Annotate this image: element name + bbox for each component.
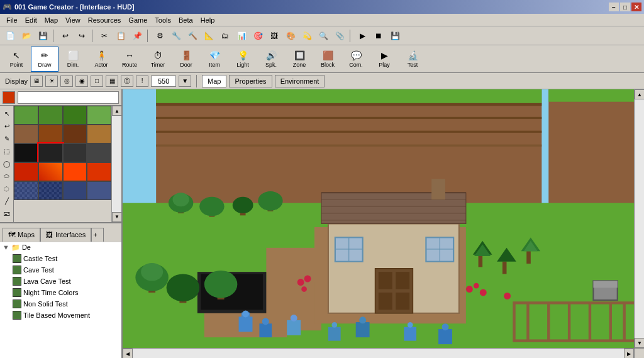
menu-help[interactable]: Help: [197, 15, 219, 25]
tile-0-2[interactable]: [63, 106, 87, 125]
tile-4-1[interactable]: [38, 181, 63, 200]
palette-scroll-up[interactable]: ▲: [112, 106, 121, 116]
tool-draw[interactable]: ✏ Draw: [31, 47, 58, 72]
tile-0-3[interactable]: [87, 106, 111, 125]
game-canvas[interactable]: ▲ ▼ ◀ ▶: [123, 89, 644, 358]
tool-com[interactable]: 💬 Com.: [342, 47, 370, 72]
disp-btn1[interactable]: 🖥: [30, 76, 43, 87]
tb-btn10[interactable]: 🎯: [250, 28, 265, 43]
menu-beta[interactable]: Beta: [175, 15, 197, 25]
palette-scroll-down[interactable]: ▼: [112, 212, 121, 222]
tool-line[interactable]: ╱: [1, 196, 13, 207]
zoom-input[interactable]: 550: [151, 76, 176, 87]
tile-2-3[interactable]: [87, 143, 111, 162]
tb-save[interactable]: 💾: [35, 28, 50, 43]
menu-game[interactable]: Game: [125, 15, 151, 25]
palette-vscroll[interactable]: ▲ ▼: [111, 106, 121, 222]
tb-btn17[interactable]: ⏹: [371, 28, 386, 43]
tile-4-0[interactable]: [14, 181, 38, 200]
tool-arrow[interactable]: ↖: [1, 108, 13, 120]
maximize-button[interactable]: □: [620, 3, 630, 11]
tool-select-rect[interactable]: ⬚: [1, 145, 13, 157]
tool-lasso[interactable]: ◌: [1, 183, 13, 194]
tb-btn16[interactable]: ▶: [355, 28, 370, 43]
tree-root[interactable]: ▼ 📁 De: [0, 242, 121, 253]
tab-add[interactable]: +: [91, 228, 104, 242]
tb-cut[interactable]: ✂: [97, 28, 112, 43]
tree-item-castle-test[interactable]: Castle Test: [0, 253, 121, 264]
tile-3-1[interactable]: [38, 162, 63, 181]
menu-edit[interactable]: Edit: [21, 15, 41, 25]
menu-tools[interactable]: Tools: [151, 15, 175, 25]
menu-resources[interactable]: Resources: [84, 15, 125, 25]
tb-btn5[interactable]: 🔧: [169, 28, 184, 43]
tree-item-cave-test[interactable]: Cave Test: [0, 264, 121, 276]
tile-3-2[interactable]: [63, 162, 87, 181]
canvas-hscroll[interactable]: ◀ ▶: [123, 348, 634, 358]
disp-btn6[interactable]: ▦: [106, 76, 118, 87]
tile-2-2[interactable]: [63, 143, 87, 162]
view-map[interactable]: Map: [202, 75, 226, 87]
tree-item-night[interactable]: Night Time Colors: [0, 287, 121, 298]
tool-item[interactable]: 💎 Item: [201, 47, 228, 72]
tile-0-0[interactable]: [14, 106, 38, 125]
tb-open[interactable]: 📂: [19, 28, 34, 43]
tb-btn12[interactable]: 🎨: [283, 28, 298, 43]
tb-btn7[interactable]: 📐: [201, 28, 216, 43]
tool-actor[interactable]: 🧍 Actor: [87, 47, 115, 72]
tool-zone[interactable]: 🔲 Zone: [286, 47, 313, 72]
tb-paste[interactable]: 📌: [130, 28, 145, 43]
canvas-scroll-left[interactable]: ◀: [123, 349, 133, 358]
menu-file[interactable]: File: [3, 15, 21, 25]
tile-4-2[interactable]: [63, 181, 87, 200]
tb-redo[interactable]: ↪: [74, 28, 89, 43]
tile-3-3[interactable]: [87, 162, 111, 181]
tool-select-circ[interactable]: ◯: [1, 158, 13, 169]
tool-test[interactable]: 🔬 Test: [399, 47, 426, 72]
disp-btn2[interactable]: ☀: [45, 76, 58, 87]
tb-btn15[interactable]: 📎: [332, 28, 347, 43]
tb-btn11[interactable]: 🖼: [267, 28, 282, 43]
tool-route[interactable]: ↔ Route: [116, 47, 143, 72]
tool-point[interactable]: ↖ Point: [3, 47, 30, 72]
tool-play[interactable]: ▶ Play: [370, 47, 398, 72]
tool-curve[interactable]: ↩: [1, 121, 13, 132]
tb-new[interactable]: 📄: [3, 28, 18, 43]
tree-item-lava[interactable]: Lava Cave Test: [0, 276, 121, 287]
tile-2-1[interactable]: [38, 143, 63, 162]
tile-1-1[interactable]: [38, 125, 63, 143]
tool-dim[interactable]: ⬜ Dim.: [59, 47, 87, 72]
tb-btn18[interactable]: 💾: [387, 28, 402, 43]
canvas-scroll-right[interactable]: ▶: [624, 349, 634, 358]
tile-0-1[interactable]: [38, 106, 63, 125]
canvas-scroll-up[interactable]: ▲: [635, 89, 644, 99]
disp-btn4[interactable]: ◉: [75, 76, 88, 87]
disp-btn5[interactable]: □: [91, 76, 103, 87]
view-environment[interactable]: Environment: [275, 75, 325, 87]
tile-1-2[interactable]: [63, 125, 87, 143]
tb-btn14[interactable]: 🔍: [316, 28, 331, 43]
tool-door[interactable]: 🚪 Door: [172, 47, 200, 72]
tool-light[interactable]: 💡 Light: [229, 47, 257, 72]
disp-btn3[interactable]: ◎: [60, 76, 73, 87]
canvas-scroll-down[interactable]: ▼: [635, 338, 644, 348]
tool-ellipse[interactable]: ⬭: [1, 171, 13, 182]
tree-item-tile-movement[interactable]: Tile Based Movement: [0, 310, 121, 321]
canvas-vscroll[interactable]: ▲ ▼: [634, 89, 644, 348]
tree-item-non-solid[interactable]: Non Solid Test: [0, 298, 121, 310]
tile-1-0[interactable]: [14, 125, 38, 143]
tb-copy[interactable]: 📋: [113, 28, 128, 43]
tb-btn4[interactable]: ⚙: [152, 28, 167, 43]
zoom-dropdown[interactable]: ▼: [179, 76, 191, 87]
tile-3-0[interactable]: [14, 162, 38, 181]
tb-btn9[interactable]: 📊: [234, 28, 249, 43]
tool-spk[interactable]: 🔊 Spk.: [257, 47, 285, 72]
view-properties[interactable]: Properties: [229, 75, 272, 87]
title-bar-controls[interactable]: − □ ✕: [609, 3, 641, 11]
tab-interfaces[interactable]: 🖼 Interfaces: [40, 228, 91, 242]
disp-btn7[interactable]: ⓪: [121, 76, 133, 87]
tab-maps[interactable]: 🗺 Maps: [3, 228, 40, 242]
tb-btn6[interactable]: 🔨: [185, 28, 200, 43]
close-button[interactable]: ✕: [631, 3, 641, 11]
tile-2-0[interactable]: [14, 143, 38, 162]
